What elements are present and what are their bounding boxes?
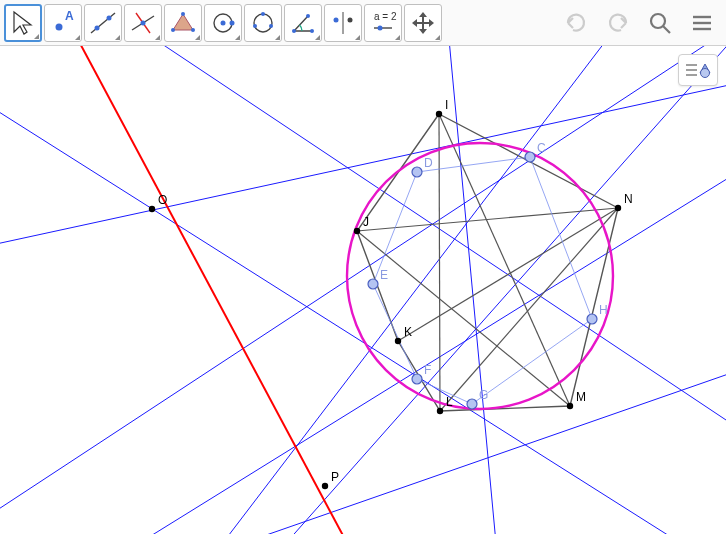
tool-move-view[interactable] bbox=[404, 4, 442, 42]
svg-line-2 bbox=[91, 13, 115, 33]
svg-point-21 bbox=[306, 14, 310, 18]
search-button[interactable] bbox=[640, 3, 680, 43]
label-M: M bbox=[576, 390, 586, 404]
point-D[interactable] bbox=[412, 167, 422, 177]
blue-line-1[interactable] bbox=[0, 81, 726, 534]
diagonal-LN[interactable] bbox=[440, 208, 618, 411]
label-P: P bbox=[331, 470, 339, 484]
label-O: O bbox=[158, 193, 167, 207]
point-E[interactable] bbox=[368, 279, 378, 289]
tool-move[interactable] bbox=[4, 4, 42, 42]
point-I[interactable] bbox=[436, 111, 442, 117]
svg-point-27 bbox=[651, 14, 665, 28]
label-N: N bbox=[624, 192, 633, 206]
svg-point-18 bbox=[253, 24, 257, 28]
point-J[interactable] bbox=[354, 228, 360, 234]
point-L[interactable] bbox=[437, 408, 443, 414]
tool-line[interactable] bbox=[84, 4, 122, 42]
blue-line-7[interactable] bbox=[445, 46, 500, 534]
svg-point-17 bbox=[269, 24, 273, 28]
point-P[interactable] bbox=[322, 483, 328, 489]
point-O[interactable] bbox=[149, 206, 155, 212]
label-G: G bbox=[479, 388, 488, 402]
tool-angle[interactable] bbox=[284, 4, 322, 42]
tool-perpendicular-line[interactable] bbox=[124, 4, 162, 42]
svg-line-28 bbox=[663, 26, 670, 33]
tool-point[interactable]: A bbox=[44, 4, 82, 42]
svg-point-19 bbox=[292, 29, 296, 33]
diagonal-JN[interactable] bbox=[357, 208, 618, 231]
svg-point-0 bbox=[56, 23, 63, 30]
point-N[interactable] bbox=[615, 205, 621, 211]
svg-point-4 bbox=[107, 15, 112, 20]
construction-canvas[interactable]: OPIJKLMNDCEFGH bbox=[0, 46, 726, 534]
svg-point-26 bbox=[378, 25, 383, 30]
diagonal-IL[interactable] bbox=[439, 114, 440, 411]
point-H[interactable] bbox=[587, 314, 597, 324]
tool-reflect[interactable] bbox=[324, 4, 362, 42]
style-bar-toggle[interactable] bbox=[678, 54, 718, 86]
svg-point-20 bbox=[310, 29, 314, 33]
point-F[interactable] bbox=[412, 374, 422, 384]
graphics-view[interactable]: OPIJKLMNDCEFGH bbox=[0, 46, 726, 534]
inscribed-hexagon[interactable] bbox=[373, 157, 592, 404]
svg-point-16 bbox=[261, 12, 265, 16]
label-L: L bbox=[446, 395, 453, 409]
tool-slider[interactable]: a = 2 bbox=[364, 4, 402, 42]
point-C[interactable] bbox=[525, 152, 535, 162]
slider-label: a = 2 bbox=[374, 11, 397, 22]
svg-point-7 bbox=[141, 20, 146, 25]
tool-circle-3pts[interactable] bbox=[244, 4, 282, 42]
svg-point-11 bbox=[171, 28, 175, 32]
svg-point-10 bbox=[191, 28, 195, 32]
label-E: E bbox=[380, 268, 388, 282]
label-I: I bbox=[445, 98, 448, 112]
svg-text:A: A bbox=[65, 9, 74, 23]
label-H: H bbox=[599, 303, 608, 317]
svg-point-15 bbox=[254, 14, 272, 32]
svg-marker-8 bbox=[173, 14, 193, 30]
blue-line-2[interactable] bbox=[90, 46, 726, 456]
svg-point-13 bbox=[221, 20, 226, 25]
svg-point-3 bbox=[95, 25, 100, 30]
diagonal-KN[interactable] bbox=[398, 208, 618, 341]
label-K: K bbox=[404, 325, 412, 339]
label-C: C bbox=[537, 141, 546, 155]
svg-point-14 bbox=[230, 20, 235, 25]
tool-circle-center[interactable] bbox=[204, 4, 242, 42]
menu-button[interactable] bbox=[682, 3, 722, 43]
label-F: F bbox=[424, 363, 431, 377]
svg-point-24 bbox=[348, 17, 353, 22]
undo-button[interactable] bbox=[556, 3, 596, 43]
redo-button[interactable] bbox=[598, 3, 638, 43]
svg-point-9 bbox=[181, 12, 185, 16]
diagonal-IM[interactable] bbox=[439, 114, 570, 406]
point-M[interactable] bbox=[567, 403, 573, 409]
point-K[interactable] bbox=[395, 338, 401, 344]
toolbar: A a = 2 bbox=[0, 0, 726, 46]
svg-point-23 bbox=[334, 17, 339, 22]
label-J: J bbox=[363, 215, 369, 229]
label-D: D bbox=[424, 156, 433, 170]
tool-polygon[interactable] bbox=[164, 4, 202, 42]
red-line[interactable] bbox=[60, 46, 370, 534]
blue-line-0[interactable] bbox=[0, 46, 726, 534]
point-G[interactable] bbox=[467, 399, 477, 409]
svg-point-36 bbox=[701, 69, 710, 78]
blue-line-6[interactable] bbox=[248, 46, 726, 534]
